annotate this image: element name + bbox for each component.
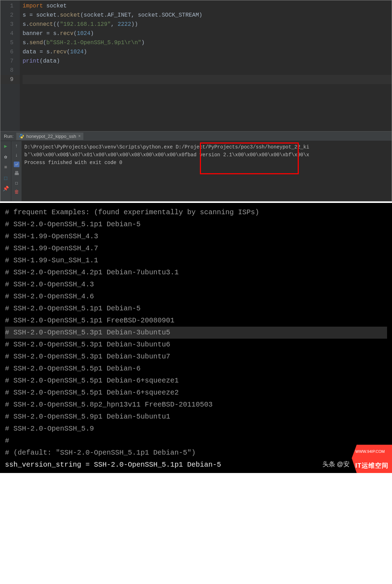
pin-icon[interactable]: 📌 [3, 186, 8, 191]
run-actions-left: ▶ ✿ ■ ⬚ 📌 [0, 141, 11, 201]
layout-icon[interactable]: ⬚ [3, 175, 8, 181]
run-tab[interactable]: honeypot_22_kippo_ssh × [16, 133, 83, 140]
comment-line: # SSH-2.0-OpenSSH_5.9 [5, 423, 387, 435]
play-icon[interactable]: ▶ [3, 143, 8, 149]
run-tab-label: honeypot_22_kippo_ssh [26, 134, 76, 139]
trash-icon[interactable]: 🗑 [14, 189, 19, 195]
line-number: 1 [0, 1, 20, 11]
close-icon[interactable]: × [78, 134, 81, 139]
comment-line: # SSH-2.0-OpenSSH_5.1p1 FreeBSD-20080901 [5, 315, 387, 327]
line-number: 8 [0, 66, 20, 75]
run-label: Run: [4, 134, 13, 139]
line-number: 9 [0, 75, 20, 84]
comment-line: # SSH-2.0-OpenSSH_5.8p2_hpn13v11 FreeBSD… [5, 399, 387, 411]
comment-line: # SSH-2.0-OpenSSH_5.3p1 Debian-3ubuntu6 [5, 339, 387, 351]
comment-line: # SSH-2.0-OpenSSH_4.2p1 Debian-7ubuntu3.… [5, 267, 387, 279]
arrow-down-icon[interactable]: ↓ [14, 152, 19, 158]
gear-icon[interactable]: ✿ [3, 154, 8, 159]
line-number: 5 [0, 38, 20, 47]
editor-area[interactable]: 123456789 import sockets = socket.socket… [0, 0, 392, 131]
comment-line: # SSH-2.0-OpenSSH_4.6 [5, 291, 387, 303]
line-number: 3 [0, 20, 20, 29]
console-line: b'\x00\x00\x00$\x07\x01\x00\x00\x00\x08\… [24, 151, 389, 159]
comment-line: # SSH-1.99-OpenSSH_4.7 [5, 243, 387, 255]
comment-line: # SSH-2.0-OpenSSH_5.5p1 Debian-6 [5, 363, 387, 375]
console-line: D:\Project\PyProjects\poc3\venv\Scripts\… [24, 143, 389, 151]
code-line[interactable]: data = s.recv(1024) [23, 47, 392, 57]
config-comments-panel: # frequent Examples: (found experimental… [0, 203, 392, 473]
comment-line: # SSH-2.0-OpenSSH_5.1p1 Debian-5 [5, 218, 387, 230]
watermark-title: IT运维空间 [352, 458, 392, 473]
line-number: 7 [0, 57, 20, 66]
code-line[interactable]: s = socket.socket(socket.AF_INET, socket… [23, 11, 392, 20]
line-number: 2 [0, 11, 20, 20]
comment-line: # SSH-2.0-OpenSSH_5.5p1 Debian-6+squeeze… [5, 375, 387, 387]
comment-line: # SSH-1.99-Sun_SSH_1.1 [5, 255, 387, 267]
comment-line: # SSH-2.0-OpenSSH_5.9p1 Debian-5ubuntu1 [5, 411, 387, 423]
arrow-up-icon[interactable]: ↑ [14, 143, 19, 149]
watermark-badge: WWW.94IP.COM IT运维空间 [352, 445, 392, 473]
code-line[interactable]: print(data) [23, 57, 392, 66]
code-line[interactable]: s.connect(("192.168.1.129", 2222)) [23, 20, 392, 29]
comment-line: # frequent Examples: (found experimental… [5, 206, 387, 218]
code-line[interactable] [23, 75, 392, 84]
export-icon[interactable]: ☐ [14, 180, 19, 186]
watermark: 头条 @安 WWW.94IP.COM IT运维空间 [322, 445, 392, 473]
line-gutter: 123456789 [0, 0, 20, 131]
code-line[interactable]: s.send(b"SSH-2.1-OpenSSH_5.9p1\r\n") [23, 38, 392, 47]
comment-line: # SSH-2.0-OpenSSH_4.3 [5, 279, 387, 291]
watermark-text: 头条 @安 [322, 458, 352, 473]
run-console-area: ▶ ✿ ■ ⬚ 📌 ↑ ↓ ⤶ 🖶 ☐ 🗑 D:\Project\PyProje… [0, 141, 392, 201]
code-lines[interactable]: import sockets = socket.socket(socket.AF… [20, 0, 392, 131]
console-output[interactable]: D:\Project\PyProjects\poc3\venv\Scripts\… [22, 141, 392, 201]
line-number: 4 [0, 29, 20, 38]
comment-line: # SSH-2.0-OpenSSH_5.5p1 Debian-6+squeeze… [5, 387, 387, 399]
stop-icon[interactable]: ■ [3, 164, 8, 170]
line-number: 6 [0, 47, 20, 57]
ide-panel: 123456789 import sockets = socket.socket… [0, 0, 392, 202]
svg-point-0 [20, 134, 21, 135]
code-line[interactable]: import socket [23, 1, 392, 11]
console-line: Process finished with exit code 0 [24, 159, 389, 167]
watermark-url: WWW.94IP.COM [352, 445, 392, 458]
comment-line: # SSH-2.0-OpenSSH_5.3p1 Debian-3ubuntu5 [5, 327, 387, 339]
code-line[interactable] [23, 66, 392, 75]
print-icon[interactable]: 🖶 [14, 171, 19, 176]
run-actions-inner: ↑ ↓ ⤶ 🖶 ☐ 🗑 [11, 141, 22, 201]
svg-point-1 [22, 138, 23, 138]
comment-line: # SSH-2.0-OpenSSH_5.1p1 Debian-5 [5, 303, 387, 315]
code-line[interactable]: banner = s.recv(1024) [23, 29, 392, 38]
comment-line: # SSH-2.0-OpenSSH_5.3p1 Debian-3ubuntu7 [5, 351, 387, 363]
python-icon [19, 134, 24, 139]
wrap-icon[interactable]: ⤶ [14, 162, 19, 167]
comment-line: # SSH-1.99-OpenSSH_4.3 [5, 230, 387, 243]
run-toolbar: Run: honeypot_22_kippo_ssh × [0, 131, 392, 141]
